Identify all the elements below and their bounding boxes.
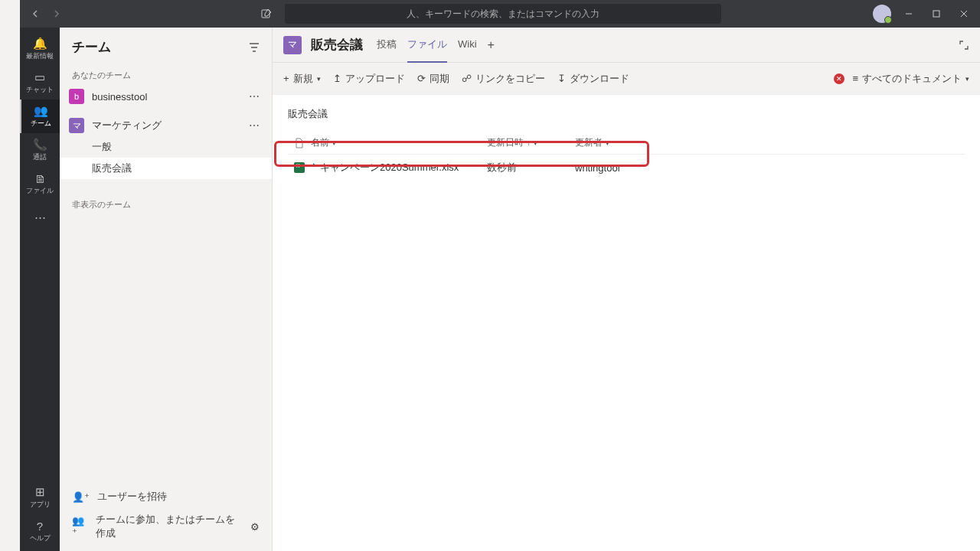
- channel-general[interactable]: 一般: [60, 136, 272, 158]
- file-row[interactable]: ✦キャンペーン2020Summer.xlsx 数秒前 writingtool: [288, 155, 965, 181]
- col-modified[interactable]: 更新日時↓▾: [487, 136, 575, 149]
- table-header: 名前▾ 更新日時↓▾ 更新者▾: [288, 132, 965, 155]
- chevron-down-icon: ▾: [965, 75, 969, 83]
- new-button[interactable]: +新規▾: [283, 72, 321, 86]
- phone-icon: 📞: [33, 138, 47, 152]
- forward-button[interactable]: [47, 5, 66, 23]
- files-toolbar: +新規▾ ↥アップロード ⟳同期 ☍リンクをコピー ↧ダウンロード ✕ ≡すべて…: [273, 63, 980, 95]
- tab-files[interactable]: ファイル: [407, 28, 447, 63]
- teams-icon: 👥: [34, 104, 48, 118]
- search-placeholder: 人、キーワードの検索、またはコマンドの入力: [407, 8, 599, 21]
- files-area: 販売会議 名前▾ 更新日時↓▾ 更新者▾ ✦キャンペーン2020Summer.x…: [273, 95, 980, 551]
- rail-files[interactable]: 🗎ファイル: [20, 167, 60, 201]
- team-icon: マ: [69, 118, 84, 133]
- gear-icon[interactable]: ⚙: [250, 521, 260, 533]
- download-icon: ↧: [557, 73, 566, 84]
- tab-posts[interactable]: 投稿: [377, 28, 397, 63]
- plus-icon: +: [283, 73, 289, 84]
- sync-button[interactable]: ⟳同期: [417, 72, 449, 86]
- upload-icon: ↥: [333, 73, 341, 84]
- team-marketing[interactable]: マ マーケティング ⋯: [60, 115, 272, 136]
- chevron-down-icon: ▾: [332, 139, 336, 147]
- rail-apps[interactable]: ⊞アプリ: [20, 481, 60, 514]
- download-button[interactable]: ↧ダウンロード: [557, 72, 629, 86]
- file-icon: 🗎: [34, 172, 46, 185]
- person-add-icon: 👤⁺: [72, 491, 90, 503]
- breadcrumb[interactable]: 販売会議: [273, 103, 980, 132]
- copy-link-button[interactable]: ☍リンクをコピー: [462, 72, 545, 86]
- invite-users[interactable]: 👤⁺ユーザーを招待: [60, 485, 272, 508]
- channel-sales-meeting[interactable]: 販売会議: [60, 158, 272, 179]
- tab-wiki[interactable]: Wiki: [458, 28, 477, 63]
- link-icon: ☍: [462, 73, 472, 84]
- channel-title: 販売会議: [311, 36, 363, 54]
- sidebar-title: チーム: [72, 38, 111, 56]
- new-badge-icon: ✦: [311, 161, 317, 169]
- chevron-down-icon: ▾: [606, 139, 609, 147]
- rail-calls[interactable]: 📞通話: [20, 133, 60, 167]
- list-icon: ≡: [852, 73, 858, 84]
- expand-icon[interactable]: [959, 40, 969, 51]
- minimize-button[interactable]: [899, 4, 919, 24]
- chat-icon: ▭: [34, 70, 45, 84]
- excel-icon: [294, 162, 305, 173]
- back-button[interactable]: [26, 5, 44, 23]
- join-create-team[interactable]: 👥⁺チームに参加、またはチームを作成⚙: [60, 508, 272, 545]
- chevron-down-icon: ▾: [534, 139, 537, 147]
- apps-icon: ⊞: [35, 485, 45, 499]
- group-add-icon: 👥⁺: [72, 515, 88, 538]
- col-modified-by[interactable]: 更新者▾: [575, 136, 663, 149]
- section-hidden-teams: 非表示のチーム: [60, 193, 272, 215]
- rail-chat[interactable]: ▭チャット: [20, 66, 60, 99]
- avatar[interactable]: [873, 5, 891, 23]
- team-more-icon[interactable]: ⋯: [246, 119, 263, 132]
- channel-icon: マ: [283, 36, 302, 54]
- team-more-icon[interactable]: ⋯: [246, 90, 263, 103]
- rail-activity[interactable]: 🔔最新情報: [20, 32, 60, 66]
- compose-icon[interactable]: [257, 5, 276, 23]
- view-selector[interactable]: ≡すべてのドキュメント▾: [852, 72, 969, 86]
- col-type-icon[interactable]: [288, 138, 311, 148]
- help-icon: ?: [37, 520, 43, 533]
- rail-teams[interactable]: 👥チーム: [20, 99, 60, 133]
- filter-icon[interactable]: [249, 42, 260, 53]
- main-content: マ 販売会議 投稿 ファイル Wiki + +新規▾ ↥アップロード ⟳同期 ☍…: [273, 28, 980, 551]
- team-businesstool[interactable]: b businesstool ⋯: [60, 86, 272, 107]
- titlebar: 人、キーワードの検索、またはコマンドの入力: [20, 0, 980, 28]
- app-rail: 🔔最新情報 ▭チャット 👥チーム 📞通話 🗎ファイル ⋯ ⊞アプリ ?ヘルプ: [20, 28, 60, 551]
- bell-icon: 🔔: [33, 37, 47, 51]
- channel-header: マ 販売会議 投稿 ファイル Wiki +: [273, 28, 980, 63]
- sync-icon: ⟳: [417, 73, 426, 84]
- more-icon: ⋯: [34, 210, 46, 224]
- section-your-teams: あなたのチーム: [60, 64, 272, 86]
- sort-desc-icon: ↓: [527, 139, 531, 147]
- sidebar: チーム あなたのチーム b businesstool ⋯ マ マーケティング ⋯…: [60, 28, 273, 551]
- svg-rect-2: [933, 11, 939, 17]
- close-button[interactable]: [954, 4, 974, 24]
- chevron-down-icon: ▾: [317, 75, 321, 83]
- col-name[interactable]: 名前▾: [311, 136, 487, 149]
- rail-more[interactable]: ⋯: [20, 201, 60, 234]
- search-input[interactable]: 人、キーワードの検索、またはコマンドの入力: [285, 4, 721, 24]
- upload-button[interactable]: ↥アップロード: [333, 72, 405, 86]
- add-tab-button[interactable]: +: [488, 28, 495, 63]
- rail-help[interactable]: ?ヘルプ: [20, 514, 60, 548]
- team-icon: b: [69, 89, 84, 104]
- sync-error-icon[interactable]: ✕: [834, 73, 844, 84]
- maximize-button[interactable]: [926, 4, 946, 24]
